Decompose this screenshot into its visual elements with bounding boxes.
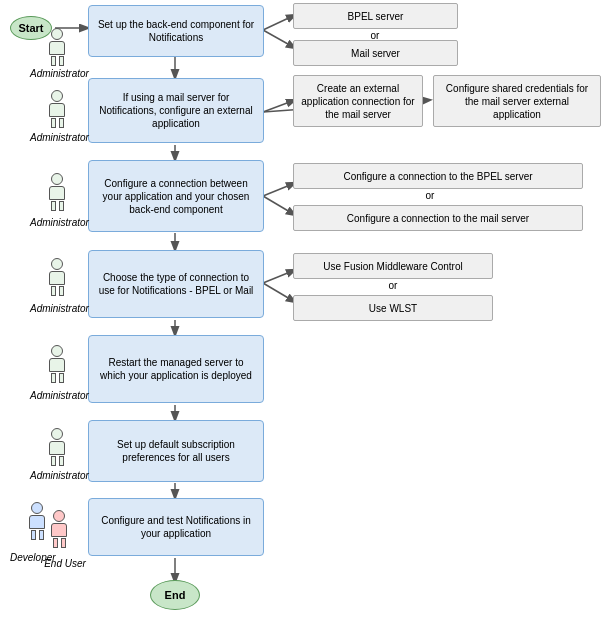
config-bpel-box: Configure a connection to the BPEL serve…: [293, 163, 583, 189]
person-head: [31, 502, 43, 514]
fusion-mw-box: Use Fusion Middleware Control: [293, 253, 493, 279]
role-label-2: Administrator: [30, 132, 85, 143]
person-legs: [51, 456, 64, 466]
role-label-6: Administrator: [30, 470, 85, 481]
svg-line-15: [263, 283, 295, 302]
step-5-box: Restart the managed server to which your…: [88, 335, 264, 403]
mail-server-box: Mail server: [293, 40, 458, 66]
person-body: [51, 523, 67, 537]
person-body: [49, 441, 65, 455]
person-legs: [51, 201, 64, 211]
admin-person-4: [42, 258, 72, 298]
step-4-box: Choose the type of connection to use for…: [88, 250, 264, 318]
config-mail-box: Configure a connection to the mail serve…: [293, 205, 583, 231]
enduser-person: [44, 510, 74, 550]
person-head: [51, 258, 63, 270]
person-body: [49, 271, 65, 285]
person-legs: [31, 530, 44, 540]
svg-line-14: [263, 270, 295, 283]
create-ext-app-box: Create an external application connectio…: [293, 75, 423, 127]
person-body: [49, 103, 65, 117]
step-7-box: Configure and test Notifications in your…: [88, 498, 264, 556]
role-label-enduser: End User: [40, 558, 90, 569]
step-1-box: Set up the back-end component for Notifi…: [88, 5, 264, 57]
role-label-3: Administrator: [30, 217, 85, 228]
svg-line-9: [263, 30, 295, 48]
wlst-box: Use WLST: [293, 295, 493, 321]
admin-person-5: [42, 345, 72, 385]
person-legs: [53, 538, 66, 548]
diagram: Start 1 Set up the back-end component fo…: [0, 0, 613, 637]
person-body: [49, 186, 65, 200]
person-head: [51, 428, 63, 440]
configure-shared-creds-box: Configure shared credentials for the mai…: [433, 75, 601, 127]
end-ellipse: End: [150, 580, 200, 610]
svg-line-12: [263, 183, 295, 196]
role-label-1: Administrator: [30, 68, 85, 79]
svg-line-13: [263, 196, 295, 215]
step-6-box: Set up default subscription preferences …: [88, 420, 264, 482]
step-3-box: Configure a connection between your appl…: [88, 160, 264, 232]
or-text-4: or: [373, 280, 413, 291]
person-legs: [51, 286, 64, 296]
svg-line-8: [263, 15, 295, 30]
or-text-3: or: [410, 190, 450, 201]
person-head: [51, 345, 63, 357]
admin-person-2: [42, 90, 72, 130]
person-legs: [51, 56, 64, 66]
person-head: [53, 510, 65, 522]
role-label-4: Administrator: [30, 303, 85, 314]
person-body: [49, 358, 65, 372]
person-body: [29, 515, 45, 529]
person-head: [51, 28, 63, 40]
person-body: [49, 41, 65, 55]
admin-person-1: [42, 28, 72, 68]
person-legs: [51, 118, 64, 128]
person-head: [51, 173, 63, 185]
person-head: [51, 90, 63, 102]
role-label-5: Administrator: [30, 390, 85, 401]
admin-person-3: [42, 173, 72, 213]
person-legs: [51, 373, 64, 383]
svg-line-10: [263, 100, 295, 112]
step-2-box: If using a mail server for Notifications…: [88, 78, 264, 143]
admin-person-6: [42, 428, 72, 468]
bpel-server-box: BPEL server: [293, 3, 458, 29]
